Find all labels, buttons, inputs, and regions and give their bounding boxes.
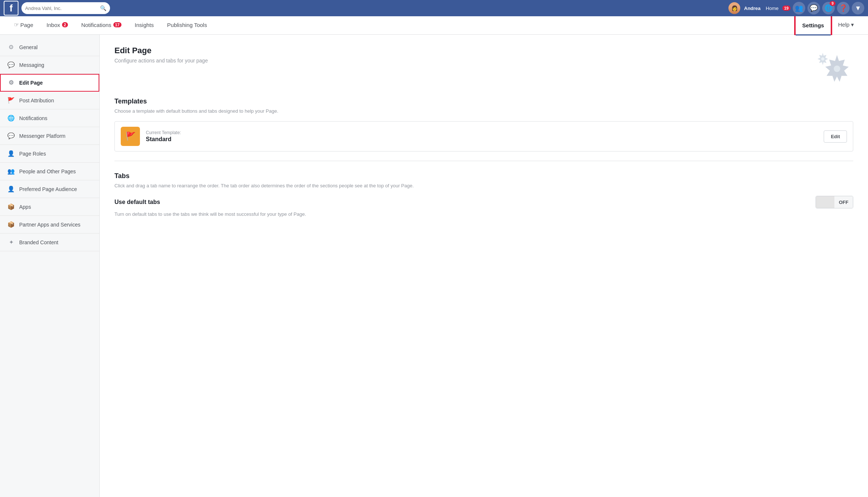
search-input[interactable] — [25, 6, 100, 11]
sidebar: ⚙ General 💬 Messaging ⚙ Edit Page 🚩 Post… — [0, 35, 100, 497]
post-attribution-icon: 🚩 — [7, 97, 15, 104]
edit-template-button[interactable]: Edit — [824, 130, 847, 143]
template-name: Standard — [146, 136, 818, 143]
toggle-track — [816, 196, 834, 208]
people-icon: 👥 — [7, 168, 15, 175]
layout: ⚙ General 💬 Messaging ⚙ Edit Page 🚩 Post… — [0, 35, 868, 497]
help-icon[interactable]: ❓ — [837, 2, 850, 14]
sidebar-item-edit-page[interactable]: ⚙ Edit Page — [0, 74, 99, 92]
facebook-logo: f — [4, 1, 18, 16]
use-default-label: Use default tabs — [114, 199, 160, 205]
sidebar-item-notifications[interactable]: 🌐 Notifications — [0, 109, 99, 127]
edit-page-icon: ⚙ — [7, 79, 15, 86]
template-info: Current Template: Standard — [146, 130, 818, 143]
tabs-section: Tabs Click and drag a tab name to rearra… — [114, 172, 853, 226]
messenger-platform-icon: 💬 — [7, 132, 15, 139]
partner-apps-icon: 📦 — [7, 221, 15, 228]
user-name[interactable]: Andrea — [744, 6, 761, 11]
sidebar-item-apps[interactable]: 📦 Apps — [0, 198, 99, 216]
templates-heading: Templates — [114, 98, 853, 105]
nav-bar: ☞ Page Inbox 2 Notifications 17 Insights… — [0, 16, 868, 35]
avatar: 👩 — [728, 2, 740, 14]
sidebar-item-preferred-audience[interactable]: 👤 Preferred Page Audience — [0, 180, 99, 198]
notifications-badge: 17 — [113, 22, 121, 27]
search-bar[interactable]: 🔍 — [21, 2, 110, 14]
preferred-audience-icon: 👤 — [7, 185, 15, 193]
topbar-right: 👩 Andrea Home 19 👥 💬 🌐 9 ❓ ▼ — [728, 2, 864, 14]
sidebar-item-partner-apps[interactable]: 📦 Partner Apps and Services — [0, 216, 99, 234]
sidebar-item-post-attribution[interactable]: 🚩 Post Attribution — [0, 92, 99, 109]
tabs-heading: Tabs — [114, 172, 853, 180]
sidebar-item-page-roles[interactable]: 👤 Page Roles — [0, 145, 99, 163]
apps-icon: 📦 — [7, 203, 15, 210]
cursor-icon: ☞ — [14, 21, 19, 28]
messenger-icon[interactable]: 💬 — [807, 2, 820, 14]
notifications-sidebar-icon: 🌐 — [7, 115, 15, 122]
use-default-description: Turn on default tabs to use the tabs we … — [114, 211, 853, 217]
home-badge: 19 — [782, 6, 790, 11]
gears-svg — [805, 46, 853, 86]
nav-item-publishing-tools[interactable]: Publishing Tools — [161, 16, 214, 34]
template-icon: 🚩 — [121, 127, 140, 146]
search-icon[interactable]: 🔍 — [100, 5, 106, 11]
sidebar-item-branded-content[interactable]: ✦ Branded Content — [0, 234, 99, 251]
page-header-text: Edit Page Configure actions and tabs for… — [114, 46, 208, 64]
templates-description: Choose a template with default buttons a… — [114, 108, 853, 114]
nav-item-notifications[interactable]: Notifications 17 — [75, 16, 128, 34]
inbox-badge: 2 — [62, 22, 68, 27]
use-default-row: Use default tabs OFF — [114, 196, 853, 208]
main-content: Edit Page Configure actions and tabs for… — [100, 35, 868, 497]
sidebar-item-messaging[interactable]: 💬 Messaging — [0, 56, 99, 74]
svg-point-3 — [834, 65, 840, 72]
nav-item-insights[interactable]: Insights — [128, 16, 161, 34]
nav-item-settings[interactable]: Settings — [795, 16, 831, 34]
flag-icon: 🚩 — [126, 132, 135, 141]
templates-section: Templates Choose a template with default… — [114, 98, 853, 161]
messaging-icon: 💬 — [7, 61, 15, 68]
home-link[interactable]: Home — [766, 6, 779, 11]
globe-badge: 9 — [830, 1, 836, 6]
sidebar-item-people-other-pages[interactable]: 👥 People and Other Pages — [0, 163, 99, 180]
nav-item-inbox[interactable]: Inbox 2 — [40, 16, 75, 34]
top-bar: f 🔍 👩 Andrea Home 19 👥 💬 🌐 9 ❓ ▼ — [0, 0, 868, 16]
tabs-description: Click and drag a tab name to rearrange t… — [114, 183, 853, 188]
page-header: Edit Page Configure actions and tabs for… — [114, 46, 853, 86]
page-title: Edit Page — [114, 46, 208, 55]
page-roles-icon: 👤 — [7, 150, 15, 157]
gears-decoration — [805, 46, 853, 86]
nav-item-page[interactable]: ☞ Page — [7, 16, 40, 34]
dropdown-icon[interactable]: ▼ — [852, 2, 864, 14]
toggle-state: OFF — [834, 196, 853, 208]
current-template-label: Current Template: — [146, 130, 818, 135]
general-icon: ⚙ — [7, 44, 15, 51]
sidebar-item-general[interactable]: ⚙ General — [0, 38, 99, 56]
sidebar-item-messenger-platform[interactable]: 💬 Messenger Platform — [0, 127, 99, 145]
template-row: 🚩 Current Template: Standard Edit — [114, 121, 853, 152]
page-subtitle: Configure actions and tabs for your page — [114, 58, 208, 64]
globe-icon[interactable]: 🌐 9 — [822, 2, 835, 14]
nav-item-help[interactable]: Help ▾ — [831, 16, 861, 34]
svg-point-1 — [821, 57, 824, 61]
friends-icon[interactable]: 👥 — [793, 2, 805, 14]
use-default-toggle[interactable]: OFF — [816, 196, 853, 208]
branded-content-icon: ✦ — [7, 239, 15, 246]
